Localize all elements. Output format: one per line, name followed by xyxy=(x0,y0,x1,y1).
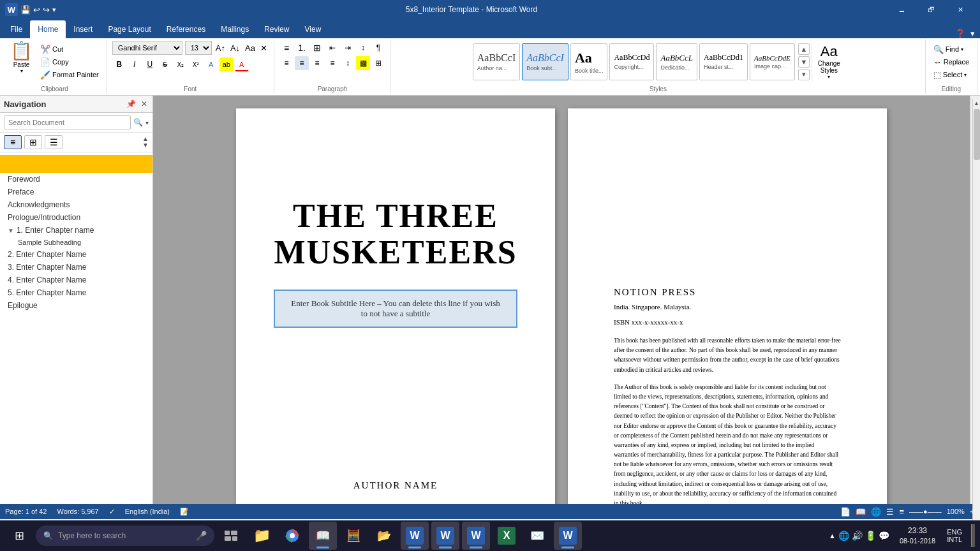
text-effects-button[interactable]: A xyxy=(204,57,218,71)
taskbar-word-the-t[interactable]: W xyxy=(431,522,459,550)
taskbar-file-explorer[interactable]: 📁 xyxy=(248,522,276,550)
nav-item-chapter4[interactable]: 4. Enter Chapter Name xyxy=(0,274,152,286)
nav-item-chapter1[interactable]: ▼ 1. Enter Chapter name xyxy=(0,224,152,237)
subscript-button[interactable]: X₂ xyxy=(174,57,188,71)
tab-references[interactable]: References xyxy=(159,20,213,38)
strikethrough-button[interactable]: S̶ xyxy=(158,57,172,71)
clear-format-button[interactable]: ✕ xyxy=(259,42,269,54)
style-book-title[interactable]: Aa Book title... xyxy=(570,43,608,80)
doc-view-print[interactable]: 📄 xyxy=(840,507,850,517)
tray-network-icon[interactable]: 🌐 xyxy=(838,531,849,541)
align-left-button[interactable]: ≡ xyxy=(279,56,293,70)
nav-view-results[interactable]: ☰ xyxy=(45,135,63,149)
show-hide-button[interactable]: ¶ xyxy=(371,41,385,55)
doc-view-web[interactable]: 🌐 xyxy=(871,507,881,517)
nav-item-sample-subheading[interactable]: Sample Subheading xyxy=(0,237,152,248)
tab-mailings[interactable]: Mailings xyxy=(213,20,256,38)
nav-item-epilogue[interactable]: Epilogue xyxy=(0,299,152,312)
show-desktop-button[interactable] xyxy=(971,524,975,547)
quick-redo-icon[interactable]: ↪ xyxy=(43,5,50,15)
nav-pin-button[interactable]: 📌 xyxy=(125,98,137,110)
nav-search-more-icon[interactable]: ▾ xyxy=(145,119,149,126)
doc-view-outline[interactable]: ☰ xyxy=(886,507,894,517)
format-painter-button[interactable]: 🖌️ Format Painter xyxy=(38,69,101,80)
multilevel-button[interactable]: ⊞ xyxy=(310,41,324,55)
style-copyright[interactable]: AaBbCcDd Copyright... xyxy=(609,43,654,80)
style-image-caption[interactable]: AaBbCcDdE Image cap... xyxy=(750,43,795,80)
tab-page-layout[interactable]: Page Layout xyxy=(100,20,158,38)
tab-home[interactable]: Home xyxy=(30,20,66,38)
doc-view-draft[interactable]: ≡ xyxy=(899,507,904,517)
nav-search-input[interactable] xyxy=(4,115,131,129)
document-area[interactable]: THE THREE MUSKETEERS Enter Book Subtitle… xyxy=(153,96,970,504)
quick-save-icon[interactable]: 💾 xyxy=(20,5,31,15)
close-button[interactable]: ✕ xyxy=(946,0,975,19)
align-center-button[interactable]: ≡ xyxy=(295,56,309,70)
sort-button[interactable]: ↕ xyxy=(356,41,370,55)
taskbar-word-5x8-in2[interactable]: W xyxy=(554,522,582,550)
font-name-select[interactable]: Gandhi Serif xyxy=(112,41,182,55)
nav-close-button[interactable]: ✕ xyxy=(140,98,149,110)
font-case-button[interactable]: Aa xyxy=(244,42,256,54)
styles-more[interactable]: ▾ xyxy=(798,69,810,80)
find-button[interactable]: 🔍 Find ▾ xyxy=(931,43,966,55)
tray-volume-icon[interactable]: 🔊 xyxy=(852,531,863,541)
font-size-select[interactable]: 13 xyxy=(185,41,212,55)
taskbar-mic-icon[interactable]: 🎤 xyxy=(196,531,207,541)
nav-item-chapter-name[interactable] xyxy=(0,155,152,173)
taskbar-mail[interactable]: ✉️ xyxy=(523,522,551,550)
taskbar-task-view[interactable] xyxy=(217,522,245,550)
tray-battery-icon[interactable]: 🔋 xyxy=(865,531,876,541)
style-book-subtitle[interactable]: AaBbCcI Book subt... xyxy=(522,43,568,80)
taskbar-calculator[interactable]: 🧮 xyxy=(339,522,368,550)
language[interactable]: English (India) xyxy=(125,508,170,515)
italic-button[interactable]: I xyxy=(128,57,142,71)
copy-button[interactable]: 📄 Copy xyxy=(38,56,101,68)
style-header[interactable]: AaBbCcDd1 Header st... xyxy=(699,43,748,80)
line-spacing-button[interactable]: ↕ xyxy=(341,56,355,70)
minimize-button[interactable]: 🗕 xyxy=(887,0,916,19)
taskbar-book-li[interactable]: 📖 xyxy=(309,522,337,550)
time-block[interactable]: 23:33 08-01-2018 xyxy=(895,526,940,545)
font-shrink-button[interactable]: A↓ xyxy=(229,42,241,54)
doc-view-read[interactable]: 📖 xyxy=(856,507,866,517)
restore-button[interactable]: 🗗 xyxy=(916,0,946,19)
taskbar-search[interactable]: 🔍 Type here to search 🎤 xyxy=(36,525,214,546)
nav-search-icon[interactable]: 🔍 xyxy=(133,118,143,127)
start-button[interactable]: ⊞ xyxy=(5,522,33,550)
subtitle-box[interactable]: Enter Book Subtitle Here – You can delet… xyxy=(274,290,517,328)
replace-button[interactable]: ↔ Replace xyxy=(931,56,972,68)
nav-item-chapter3[interactable]: 3. Enter Chapter Name xyxy=(0,261,152,274)
taskbar-folder2[interactable]: 📂 xyxy=(370,522,398,550)
tab-file[interactable]: File xyxy=(3,20,30,38)
change-styles-button[interactable]: Aa Change Styles ▾ xyxy=(812,43,843,81)
zoom-slider[interactable]: ——●—— xyxy=(909,508,942,515)
nav-item-chapter2[interactable]: 2. Enter Chapter Name xyxy=(0,248,152,261)
nav-item-foreword[interactable]: Foreword xyxy=(0,173,152,186)
nav-view-pages[interactable]: ⊞ xyxy=(24,135,42,149)
borders-button[interactable]: ⊞ xyxy=(371,56,385,70)
nav-view-headings[interactable]: ≡ xyxy=(4,135,22,149)
ribbon-help-icon[interactable]: ❓ xyxy=(955,29,965,38)
cut-button[interactable]: ✂️ Cut xyxy=(38,43,101,55)
locale-block[interactable]: ENG INTL xyxy=(943,528,966,543)
track-changes-icon[interactable]: 📝 xyxy=(180,508,189,516)
taskbar-excel[interactable]: X xyxy=(493,522,521,550)
style-dedication[interactable]: AaBbCcL Dedicatio... xyxy=(656,43,697,80)
nav-item-chapter5[interactable]: 5. Enter Chapter Name xyxy=(0,286,152,299)
nav-item-preface[interactable]: Preface xyxy=(0,186,152,198)
styles-scroll-down[interactable]: ▼ xyxy=(798,56,810,68)
nav-item-prologue[interactable]: Prologue/Introduction xyxy=(0,211,152,224)
spell-check-icon[interactable]: ✓ xyxy=(109,508,115,516)
increase-indent-button[interactable]: ⇥ xyxy=(341,41,355,55)
styles-scroll-up[interactable]: ▲ xyxy=(798,43,810,55)
tab-view[interactable]: View xyxy=(297,20,329,38)
nav-item-acknowledgments[interactable]: Acknowledgments xyxy=(0,198,152,211)
superscript-button[interactable]: X² xyxy=(189,57,203,71)
nav-scroll-down[interactable]: ▼ xyxy=(142,142,149,149)
style-author[interactable]: AaBbCcI Author na... xyxy=(473,43,520,80)
tab-review[interactable]: Review xyxy=(256,20,297,38)
underline-button[interactable]: U xyxy=(143,57,157,71)
decrease-indent-button[interactable]: ⇤ xyxy=(325,41,339,55)
highlight-button[interactable]: ab xyxy=(219,57,234,71)
